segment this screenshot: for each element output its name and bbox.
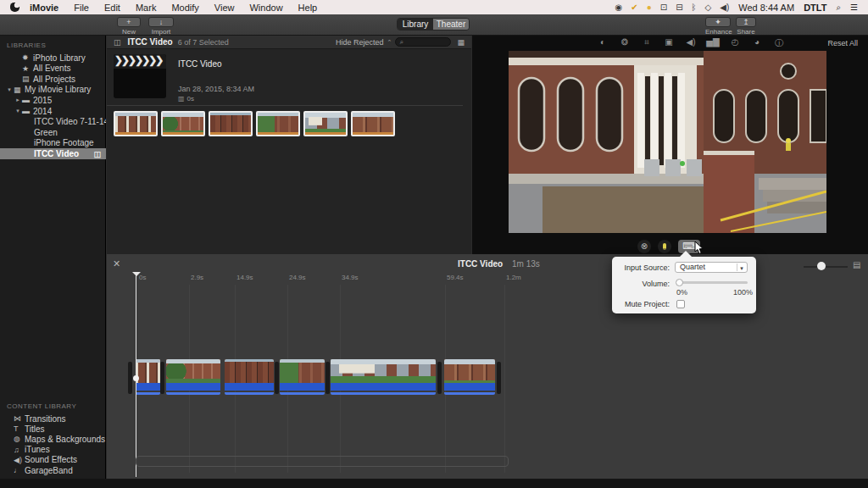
sidebar-item-itunes[interactable]: ♫iTunes bbox=[0, 445, 106, 455]
color-correction-icon[interactable]: ❂ bbox=[618, 37, 632, 49]
input-source-dropdown[interactable]: Quartet ▾ bbox=[675, 262, 748, 273]
sidebar: LIBRARIES ✸iPhoto Library★All Events▤All… bbox=[0, 36, 106, 488]
disclosure-triangle-icon[interactable]: ▸ bbox=[14, 97, 22, 103]
event-clip-thumbnail[interactable] bbox=[161, 111, 205, 136]
itunes-icon: ♫ bbox=[14, 446, 25, 454]
clip-trim-handle[interactable] bbox=[497, 362, 501, 394]
sidebar-item-maps-backgrounds[interactable]: ◍Maps & Backgrounds bbox=[0, 434, 106, 444]
crop-icon[interactable]: ⌗ bbox=[640, 37, 654, 49]
share-button[interactable]: ↥ bbox=[736, 17, 756, 27]
sidebar-toggle-icon[interactable]: ◫ bbox=[114, 38, 121, 47]
clip-trim-handle[interactable] bbox=[326, 362, 330, 394]
timeline-clip[interactable] bbox=[225, 359, 274, 395]
clip-trim-handle[interactable] bbox=[128, 362, 132, 394]
disclosure-triangle-icon[interactable]: ▾ bbox=[5, 86, 14, 93]
sidebar-item-itcc-video[interactable]: ITCC Video◫ bbox=[0, 148, 106, 159]
hide-rejected-filter[interactable]: Hide Rejected bbox=[336, 38, 384, 47]
playhead-triangle[interactable] bbox=[132, 272, 141, 276]
menu-user[interactable]: DTLT bbox=[804, 3, 826, 13]
menu-edit[interactable]: Edit bbox=[104, 3, 120, 13]
noise-reduction-icon[interactable]: ▅▇ bbox=[706, 37, 720, 49]
timeline-appearance-button[interactable]: ▤ bbox=[853, 260, 860, 269]
event-clip-thumbnail[interactable] bbox=[209, 111, 253, 136]
volume-status-icon[interactable]: ◀) bbox=[720, 0, 729, 14]
menu-view[interactable]: View bbox=[214, 3, 235, 13]
mic-button[interactable] bbox=[658, 240, 671, 253]
speed-icon[interactable]: ◴ bbox=[728, 37, 742, 49]
sidebar-item-titles[interactable]: TTitles bbox=[0, 424, 106, 434]
menu-file[interactable]: File bbox=[74, 3, 89, 13]
close-capture-button[interactable]: ⊗ bbox=[637, 240, 651, 253]
tab-library[interactable]: Library bbox=[398, 19, 433, 30]
app-toolbar: + New ↓ Import LibraryTheater ✦ Enhance … bbox=[0, 14, 868, 36]
filter-stepper-icon[interactable]: ⌃ bbox=[387, 39, 392, 46]
timeline-zoom-knob[interactable] bbox=[817, 262, 826, 270]
stabilization-icon[interactable]: ▣ bbox=[662, 37, 676, 49]
menu-modify[interactable]: Modify bbox=[171, 3, 198, 13]
ruler-label: 14.9s bbox=[236, 274, 253, 281]
sidebar-item-iphoto-library[interactable]: ✸iPhoto Library bbox=[0, 53, 106, 63]
timeline-clip[interactable] bbox=[280, 359, 325, 395]
event-clip-thumbnail[interactable] bbox=[351, 111, 395, 136]
sidebar-item-sound-effects[interactable]: ◀)Sound Effects bbox=[0, 455, 106, 465]
timeline-zoom-slider[interactable] bbox=[804, 266, 848, 268]
display-status-icon[interactable]: ⊟ bbox=[676, 0, 682, 14]
apple-menu-icon[interactable] bbox=[10, 3, 19, 12]
bluetooth-status-icon[interactable]: ᛒ bbox=[692, 0, 697, 14]
event-clip-thumbnail[interactable] bbox=[256, 111, 300, 136]
clip-video-thumbnail bbox=[280, 359, 325, 383]
clip-effect-icon[interactable]: ◕ bbox=[750, 37, 764, 49]
clip-size-grid-icon[interactable]: ▦ bbox=[457, 38, 465, 47]
reset-all-button[interactable]: Reset All bbox=[827, 39, 858, 47]
sidebar-item-iphone-footage[interactable]: iPhone Footage bbox=[0, 138, 106, 148]
notification-center-icon[interactable]: ☰ bbox=[850, 0, 858, 14]
enhance-button[interactable]: ✦ bbox=[705, 17, 731, 27]
color-balance-icon[interactable]: ◐ bbox=[596, 37, 609, 49]
check-status-icon[interactable]: ✔ bbox=[631, 0, 637, 14]
folder-status-icon[interactable]: ● bbox=[647, 0, 652, 14]
project-clapperboard-thumb[interactable]: ❯❯❯❯❯❯❯ bbox=[114, 54, 166, 98]
sidebar-item-transitions[interactable]: ⋈Transitions bbox=[0, 413, 106, 424]
clip-trim-handle[interactable] bbox=[275, 362, 279, 394]
disclosure-triangle-icon[interactable]: ▾ bbox=[14, 108, 22, 114]
sidebar-item-itcc-video-7-11-14[interactable]: ITCC Video 7-11-14 bbox=[0, 117, 106, 127]
sidebar-item-2014[interactable]: ▾▬2014 bbox=[0, 106, 106, 116]
airplay-status-icon[interactable]: ◇ bbox=[705, 0, 712, 14]
clip-trim-handle[interactable] bbox=[437, 362, 442, 394]
menu-mark[interactable]: Mark bbox=[136, 3, 156, 13]
sidebar-item-all-projects[interactable]: ▤All Projects bbox=[0, 74, 106, 84]
timeline-clip[interactable] bbox=[136, 359, 160, 395]
sidebar-item-2015[interactable]: ▸▬2015 bbox=[0, 95, 106, 105]
playhead[interactable] bbox=[136, 272, 136, 477]
menu-help[interactable]: Help bbox=[298, 3, 318, 13]
library-theater-tabs: LibraryTheater bbox=[397, 18, 470, 30]
sidebar-item-green[interactable]: Green bbox=[0, 127, 106, 137]
timeline-close-button[interactable]: ✕ bbox=[113, 258, 120, 269]
event-clip-thumbnail[interactable] bbox=[303, 111, 348, 136]
search-input[interactable]: ⌕ bbox=[395, 37, 451, 47]
event-clip-thumbnail[interactable] bbox=[114, 111, 158, 136]
clip-audio-line bbox=[166, 392, 220, 395]
camera-status-icon[interactable]: ◉ bbox=[615, 0, 623, 14]
timeline-clip[interactable] bbox=[166, 359, 220, 395]
clip-volume-icon[interactable]: ◀) bbox=[684, 37, 698, 49]
timeline-clip[interactable] bbox=[331, 359, 436, 395]
ruler-label: 2.9s bbox=[191, 274, 203, 281]
menu-imovie[interactable]: iMovie bbox=[30, 3, 58, 13]
sidebar-item-all-events[interactable]: ★All Events bbox=[0, 64, 106, 74]
volume-slider[interactable] bbox=[676, 281, 748, 284]
menu-window[interactable]: Window bbox=[249, 3, 282, 13]
tab-theater[interactable]: Theater bbox=[433, 19, 469, 30]
info-icon[interactable]: ⓘ bbox=[772, 37, 786, 49]
volume-slider-knob[interactable] bbox=[676, 279, 683, 286]
sidebar-item-my-imovie-library[interactable]: ▾▦My iMovie Library bbox=[0, 85, 106, 95]
import-button[interactable]: ↓ bbox=[148, 17, 174, 27]
mute-project-checkbox[interactable] bbox=[676, 300, 685, 308]
sidebar-item-garageband[interactable]: ♩GarageBand bbox=[0, 465, 106, 475]
clip-trim-handle[interactable] bbox=[160, 362, 164, 394]
playhead-handle[interactable] bbox=[133, 375, 139, 381]
screen-capture-status-icon[interactable]: ⊡ bbox=[660, 0, 667, 14]
timeline-clip[interactable] bbox=[444, 359, 495, 395]
spotlight-icon[interactable]: ⌕ bbox=[836, 0, 841, 14]
new-button[interactable]: + bbox=[117, 17, 141, 27]
